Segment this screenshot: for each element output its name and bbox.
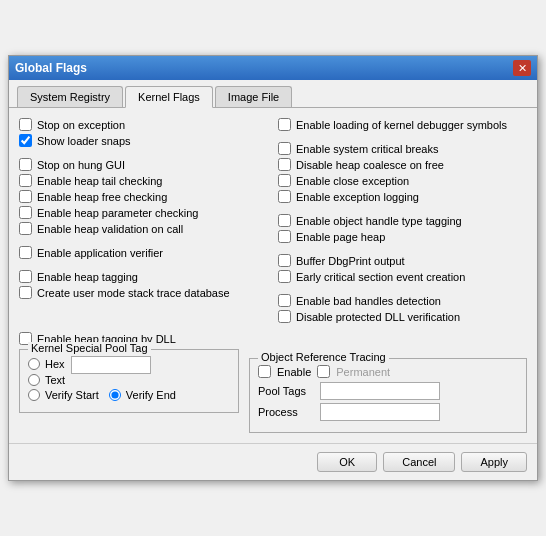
object-ref-enable-label: Enable xyxy=(277,366,311,378)
sys-critical-breaks-checkbox[interactable] xyxy=(278,142,291,155)
heap-validation-checkbox[interactable] xyxy=(19,222,32,235)
ok-button[interactable]: OK xyxy=(317,452,377,472)
lower-left: Enable heap tagging by DLL Kernel Specia… xyxy=(19,332,239,433)
buffer-dbgprint-item: Buffer DbgPrint output xyxy=(278,254,527,267)
load-kernel-dbg-label: Enable loading of kernel debugger symbol… xyxy=(296,119,507,131)
radio-verify-end[interactable] xyxy=(109,389,121,401)
process-row: Process xyxy=(258,403,518,421)
enable-close-exception-item: Enable close exception xyxy=(278,174,527,187)
stop-on-hung-gui-checkbox[interactable] xyxy=(19,158,32,171)
show-loader-snaps-label: Show loader snaps xyxy=(37,135,131,147)
heap-validation-item: Enable heap validation on call xyxy=(19,222,268,235)
heap-tail-checking-label: Enable heap tail checking xyxy=(37,175,162,187)
app-verifier-item: Enable application verifier xyxy=(19,246,268,259)
enable-close-exception-label: Enable close exception xyxy=(296,175,409,187)
radio-verify-start[interactable] xyxy=(28,389,40,401)
heap-param-checking-item: Enable heap parameter checking xyxy=(19,206,268,219)
stop-on-exception-label: Stop on exception xyxy=(37,119,125,131)
stack-trace-db-checkbox[interactable] xyxy=(19,286,32,299)
enable-close-exception-checkbox[interactable] xyxy=(278,174,291,187)
radio-text-item: Text xyxy=(28,374,230,386)
heap-tagging-item: Enable heap tagging xyxy=(19,270,268,283)
disable-heap-coalesce-checkbox[interactable] xyxy=(278,158,291,171)
pool-tag-hex-input[interactable] xyxy=(71,356,151,374)
early-critical-section-checkbox[interactable] xyxy=(278,270,291,283)
pool-tags-label: Pool Tags xyxy=(258,385,316,397)
process-label: Process xyxy=(258,406,316,418)
kernel-special-pool-group: Kernel Special Pool Tag Hex Text xyxy=(19,349,239,413)
heap-free-checking-label: Enable heap free checking xyxy=(37,191,167,203)
stack-trace-db-label: Create user mode stack trace database xyxy=(37,287,230,299)
heap-free-checking-checkbox[interactable] xyxy=(19,190,32,203)
load-kernel-dbg-checkbox[interactable] xyxy=(278,118,291,131)
handle-type-tagging-label: Enable object handle type tagging xyxy=(296,215,462,227)
load-kernel-dbg-item: Enable loading of kernel debugger symbol… xyxy=(278,118,527,131)
exception-logging-item: Enable exception logging xyxy=(278,190,527,203)
radio-text-label: Text xyxy=(45,374,65,386)
show-loader-snaps-item: Show loader snaps xyxy=(19,134,268,147)
stop-on-hung-gui-label: Stop on hung GUI xyxy=(37,159,125,171)
bad-handles-checkbox[interactable] xyxy=(278,294,291,307)
exception-logging-checkbox[interactable] xyxy=(278,190,291,203)
radio-hex-label: Hex xyxy=(45,358,65,370)
app-verifier-checkbox[interactable] xyxy=(19,246,32,259)
object-ref-enable-checkbox[interactable] xyxy=(258,365,271,378)
radio-hex-item: Hex xyxy=(28,358,65,370)
radio-verify-row: Verify Start Verify End xyxy=(28,389,230,404)
apply-button[interactable]: Apply xyxy=(461,452,527,472)
disable-heap-coalesce-item: Disable heap coalesce on free xyxy=(278,158,527,171)
bad-handles-item: Enable bad handles detection xyxy=(278,294,527,307)
enable-page-heap-item: Enable page heap xyxy=(278,230,527,243)
kernel-special-pool-label: Kernel Special Pool Tag xyxy=(28,342,151,354)
exception-logging-label: Enable exception logging xyxy=(296,191,419,203)
main-columns: Stop on exception Show loader snaps Stop… xyxy=(19,118,527,326)
lower-section: Enable heap tagging by DLL Kernel Specia… xyxy=(19,332,527,433)
heap-param-checking-checkbox[interactable] xyxy=(19,206,32,219)
app-verifier-label: Enable application verifier xyxy=(37,247,163,259)
object-ref-permanent-label: Permanent xyxy=(336,366,390,378)
stop-on-hung-gui-item: Stop on hung GUI xyxy=(19,158,268,171)
stop-on-exception-checkbox[interactable] xyxy=(19,118,32,131)
sys-critical-breaks-label: Enable system critical breaks xyxy=(296,143,438,155)
handle-type-tagging-checkbox[interactable] xyxy=(278,214,291,227)
heap-tail-checking-checkbox[interactable] xyxy=(19,174,32,187)
radio-hex[interactable] xyxy=(28,358,40,370)
pool-tags-input[interactable] xyxy=(320,382,440,400)
heap-tail-checking-item: Enable heap tail checking xyxy=(19,174,268,187)
enable-page-heap-label: Enable page heap xyxy=(296,231,385,243)
window-title: Global Flags xyxy=(15,61,87,75)
radio-verify-end-label: Verify End xyxy=(126,389,176,401)
heap-param-checking-label: Enable heap parameter checking xyxy=(37,207,198,219)
enable-page-heap-checkbox[interactable] xyxy=(278,230,291,243)
object-ref-tracing-label: Object Reference Tracing xyxy=(258,351,389,363)
radio-text[interactable] xyxy=(28,374,40,386)
process-input[interactable] xyxy=(320,403,440,421)
cancel-button[interactable]: Cancel xyxy=(383,452,455,472)
heap-tagging-label: Enable heap tagging xyxy=(37,271,138,283)
enable-row: Enable Permanent xyxy=(258,365,518,378)
tab-image-file[interactable]: Image File xyxy=(215,86,292,107)
disable-heap-coalesce-label: Disable heap coalesce on free xyxy=(296,159,444,171)
radio-verify-start-label: Verify Start xyxy=(45,389,99,401)
disable-protected-dll-checkbox[interactable] xyxy=(278,310,291,323)
buffer-dbgprint-checkbox[interactable] xyxy=(278,254,291,267)
bad-handles-label: Enable bad handles detection xyxy=(296,295,441,307)
radio-hex-row: Hex xyxy=(28,356,230,374)
close-button[interactable]: ✕ xyxy=(513,60,531,76)
tab-kernel-flags[interactable]: Kernel Flags xyxy=(125,86,213,108)
early-critical-section-item: Early critical section event creation xyxy=(278,270,527,283)
object-ref-tracing-group: Object Reference Tracing Enable Permanen… xyxy=(249,358,527,433)
tab-system-registry[interactable]: System Registry xyxy=(17,86,123,107)
heap-free-checking-item: Enable heap free checking xyxy=(19,190,268,203)
tab-bar: System Registry Kernel Flags Image File xyxy=(9,80,537,108)
tab-content: Stop on exception Show loader snaps Stop… xyxy=(9,108,537,443)
heap-tagging-checkbox[interactable] xyxy=(19,270,32,283)
lower-right: Object Reference Tracing Enable Permanen… xyxy=(249,332,527,433)
buffer-dbgprint-label: Buffer DbgPrint output xyxy=(296,255,405,267)
sys-critical-breaks-item: Enable system critical breaks xyxy=(278,142,527,155)
handle-type-tagging-item: Enable object handle type tagging xyxy=(278,214,527,227)
show-loader-snaps-checkbox[interactable] xyxy=(19,134,32,147)
stack-trace-db-item: Create user mode stack trace database xyxy=(19,286,268,299)
object-ref-permanent-checkbox[interactable] xyxy=(317,365,330,378)
global-flags-window: Global Flags ✕ System Registry Kernel Fl… xyxy=(8,55,538,481)
